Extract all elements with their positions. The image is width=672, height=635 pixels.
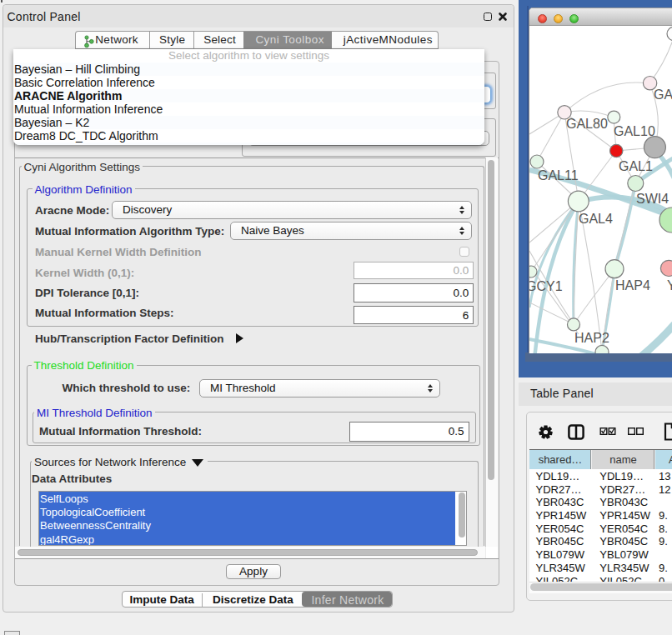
svg-text:HAP4: HAP4 bbox=[615, 278, 650, 292]
svg-text:HAP2: HAP2 bbox=[574, 331, 609, 345]
svg-text:GAL4: GAL4 bbox=[579, 212, 613, 226]
svg-text:SWI4: SWI4 bbox=[636, 192, 669, 206]
svg-text:GAL11: GAL11 bbox=[538, 168, 579, 182]
svg-text:GAL1: GAL1 bbox=[619, 159, 653, 173]
svg-text:GCY1: GCY1 bbox=[529, 279, 563, 293]
svg-text:GAL2: GAL2 bbox=[654, 88, 672, 102]
svg-text:Y: Y bbox=[667, 278, 672, 292]
svg-text:GAL80: GAL80 bbox=[566, 117, 608, 131]
svg-text:GAL10: GAL10 bbox=[614, 124, 655, 138]
